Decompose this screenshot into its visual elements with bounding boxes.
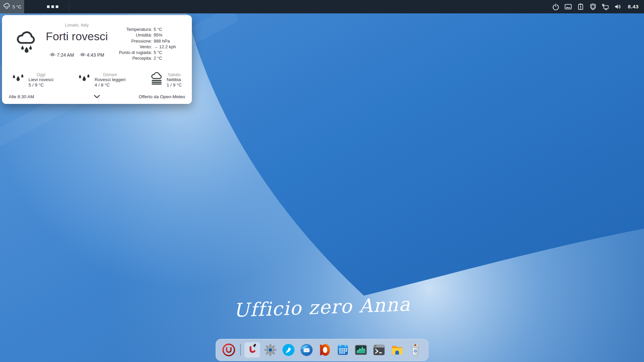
window-list-button[interactable] bbox=[45, 3, 60, 10]
forecast-temps: 4 / 8 °C bbox=[95, 82, 125, 88]
forecast-condition: Rovesci leggeri bbox=[95, 77, 125, 82]
panel-separator bbox=[69, 2, 69, 11]
dot bbox=[56, 5, 58, 8]
svg-text:♻: ♻ bbox=[414, 349, 417, 354]
fog-icon bbox=[150, 72, 164, 88]
rain-drops-icon bbox=[11, 72, 25, 88]
network-icon[interactable] bbox=[602, 3, 609, 10]
panel-weather-button[interactable]: 5 °C bbox=[0, 0, 24, 13]
forecast-today: Oggi Lievi rovesci 5 / 9 °C bbox=[11, 72, 53, 88]
panel-weather-temp: 5 °C bbox=[12, 4, 21, 9]
forecast-tomorrow: Domani Rovesci leggeri 4 / 8 °C bbox=[77, 72, 125, 88]
dot bbox=[47, 5, 50, 8]
sunset-time: 4:43 PM bbox=[87, 52, 104, 58]
system-tray: 8.43 bbox=[552, 3, 644, 10]
dock-item-system-monitor[interactable] bbox=[353, 342, 369, 358]
forecast-day: Sabato bbox=[168, 72, 180, 77]
dock-item-office-suite[interactable] bbox=[317, 342, 332, 358]
dock-item-file-manager[interactable] bbox=[389, 342, 405, 358]
dock-item-ufficio-zero-welcome[interactable] bbox=[245, 342, 260, 358]
heavy-showers-icon bbox=[8, 19, 45, 57]
detail-value: 988 hPa bbox=[154, 39, 186, 44]
weather-attribution: Offerto da Open-Meteo bbox=[139, 94, 185, 99]
clipboard-icon[interactable] bbox=[577, 3, 584, 10]
detail-value: 5 °C bbox=[154, 50, 186, 55]
detail-value: → 12.2 kph bbox=[154, 44, 186, 49]
rain-drops-icon bbox=[77, 72, 92, 88]
rain-cloud-icon bbox=[3, 2, 11, 11]
panel-clock[interactable]: 8.43 bbox=[628, 4, 639, 10]
weather-popup: Lonato, Italy Forti rovesci 7:24 AM bbox=[2, 15, 192, 104]
weather-condition: Forti rovesci bbox=[45, 30, 109, 43]
detail-label: Punto di rugiada: bbox=[109, 50, 152, 55]
weather-updated: Alle 8:30 AM bbox=[9, 94, 34, 99]
forecast-day: Domani bbox=[103, 72, 117, 77]
dock-item-trash[interactable]: ♻ bbox=[408, 342, 423, 358]
forecast-condition: Nebbia bbox=[167, 77, 182, 82]
shield-icon[interactable] bbox=[589, 3, 597, 10]
detail-label: Percepita: bbox=[109, 56, 152, 61]
forecast-temps: 5 / 9 °C bbox=[29, 82, 53, 88]
dock-item-calendar[interactable] bbox=[335, 342, 351, 358]
sunrise-icon bbox=[49, 51, 56, 59]
forecast-day: Oggi bbox=[37, 72, 45, 77]
sunrise-time: 7:24 AM bbox=[57, 52, 74, 58]
dock-separator bbox=[240, 344, 241, 356]
dock-item-librewolf-browser[interactable] bbox=[281, 342, 296, 358]
dock-item-terminal[interactable] bbox=[371, 342, 387, 358]
forecast-condition: Lievi rovesci bbox=[29, 77, 53, 82]
detail-value: 2 °C bbox=[154, 56, 186, 61]
dot bbox=[51, 5, 54, 8]
dock-item-thunderbird-mail[interactable] bbox=[299, 342, 314, 358]
dock: ♻ bbox=[216, 339, 428, 361]
detail-value: 5 °C bbox=[154, 27, 186, 32]
detail-label: Umidità: bbox=[109, 33, 152, 38]
detail-label: Pressione: bbox=[109, 39, 152, 44]
detail-label: Temperatura: bbox=[109, 27, 152, 32]
dock-item-ufficio-zero-menu[interactable] bbox=[221, 342, 236, 358]
volume-icon[interactable] bbox=[614, 3, 622, 10]
weather-details: Temperatura: 5 °C Umidità: 95% Pressione… bbox=[109, 27, 186, 61]
dock-item-settings[interactable] bbox=[263, 342, 278, 358]
power-icon[interactable] bbox=[552, 3, 559, 10]
picture-icon[interactable] bbox=[565, 3, 572, 10]
sunset-icon bbox=[79, 51, 86, 59]
top-panel: 5 °C bbox=[0, 0, 644, 13]
forecast-temps: 1 / 9 °C bbox=[167, 82, 182, 88]
forecast-saturday: Sabato Nebbia 1 / 9 °C bbox=[150, 72, 182, 88]
detail-label: Vento: bbox=[109, 44, 152, 49]
weather-location: Lonato, Italy bbox=[45, 22, 109, 27]
detail-value: 95% bbox=[154, 33, 186, 38]
forecast-row: Oggi Lievi rovesci 5 / 9 °C Domani Roves… bbox=[8, 72, 186, 88]
chevron-down-icon[interactable] bbox=[94, 95, 100, 100]
